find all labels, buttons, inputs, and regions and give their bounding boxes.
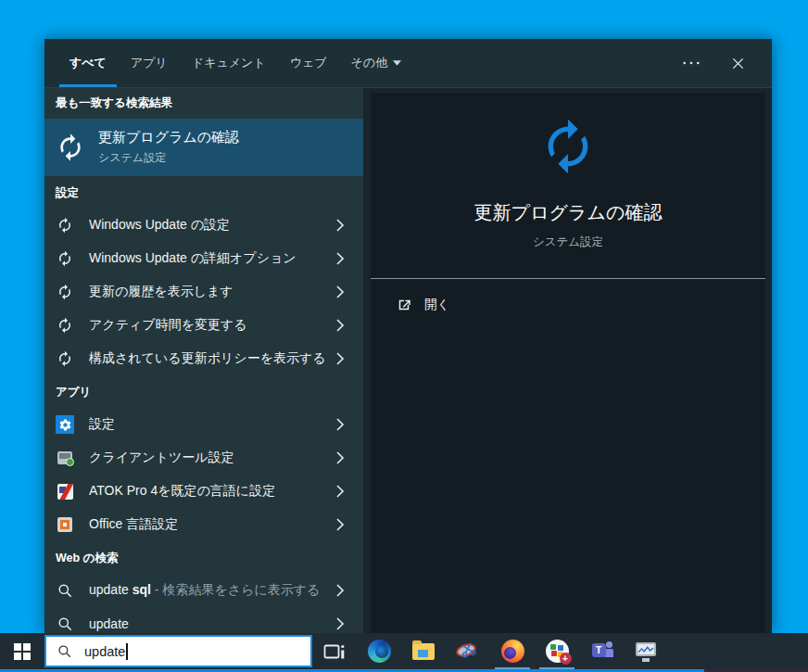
- text-caret: [126, 643, 128, 660]
- tab-web[interactable]: ウェブ: [278, 39, 339, 87]
- system-monitor-icon: [635, 641, 657, 662]
- result-app-client-tools[interactable]: クライアントツール設定: [44, 441, 363, 475]
- result-update-history[interactable]: 更新の履歴を表示します: [44, 275, 363, 309]
- options-button[interactable]: [681, 53, 701, 73]
- open-action[interactable]: 開く: [371, 279, 765, 318]
- snipping-tool-icon: [456, 641, 480, 662]
- chevron-right-icon[interactable]: [334, 251, 347, 266]
- settings-gear-icon: [56, 415, 74, 434]
- tab-documents[interactable]: ドキュメント: [180, 39, 278, 87]
- search-icon: [56, 581, 74, 600]
- section-header-apps: アプリ: [44, 385, 363, 400]
- taskbar: update +: [0, 633, 808, 669]
- taskbar-item-firefox[interactable]: [490, 633, 535, 669]
- web-result-update-sql[interactable]: update sql - 検索結果をさらに表示する: [44, 574, 363, 607]
- result-windows-update-settings[interactable]: Windows Update の設定: [44, 209, 363, 242]
- sync-icon: [56, 316, 74, 335]
- taskbar-item-snipping-tool[interactable]: [446, 633, 490, 669]
- search-flyout: すべて アプリ ドキュメント ウェブ その他: [44, 39, 772, 633]
- sync-icon: [56, 283, 74, 301]
- search-tabbar: すべて アプリ ドキュメント ウェブ その他: [44, 39, 772, 88]
- sync-icon: [56, 216, 74, 235]
- windows-logo-icon: [14, 643, 31, 660]
- tab-actions: [681, 39, 772, 87]
- taskbar-item-edge[interactable]: [357, 633, 401, 669]
- file-explorer-icon: [412, 643, 435, 660]
- task-view-icon: [323, 642, 346, 661]
- sync-icon: [56, 349, 74, 368]
- preview-title: 更新プログラムの確認: [474, 200, 663, 225]
- result-app-settings[interactable]: 設定: [44, 408, 363, 441]
- best-match-text: 更新プログラムの確認 システム設定: [98, 129, 239, 166]
- result-active-hours[interactable]: アクティブ時間を変更する: [44, 309, 363, 342]
- section-header-settings: 設定: [44, 185, 363, 201]
- start-button[interactable]: [0, 633, 44, 669]
- search-results-body: 最も一致する検索結果 更新プログラムの確認 システム設定 設定 Windows …: [44, 88, 772, 633]
- tab-documents-label: ドキュメント: [192, 55, 266, 71]
- preview-subtitle: システム設定: [533, 235, 603, 250]
- best-match-item[interactable]: 更新プログラムの確認 システム設定: [44, 119, 363, 176]
- tab-all[interactable]: すべて: [57, 39, 119, 87]
- open-label: 開く: [424, 297, 449, 313]
- chevron-right-icon[interactable]: [334, 285, 347, 299]
- chevron-right-icon[interactable]: [334, 517, 347, 532]
- chevron-right-icon[interactable]: [334, 484, 347, 499]
- launch-icon: [396, 297, 412, 313]
- best-match-header: 最も一致する検索結果: [44, 95, 363, 111]
- close-button[interactable]: [727, 53, 748, 73]
- sync-icon-large: [538, 117, 598, 176]
- chevron-right-icon[interactable]: [334, 616, 347, 631]
- result-app-atok[interactable]: ATOK Pro 4を既定の言語に設定: [44, 475, 363, 508]
- best-match-title: 更新プログラムの確認: [98, 129, 239, 146]
- taskbar-search-input[interactable]: update: [44, 635, 312, 667]
- teams-icon: T: [590, 640, 613, 662]
- section-header-web: Web の検索: [44, 551, 363, 566]
- taskbar-item-app-badge[interactable]: +: [535, 633, 579, 669]
- chevron-right-icon[interactable]: [334, 318, 347, 333]
- client-tools-icon: [57, 451, 72, 464]
- chevron-down-icon: [393, 60, 401, 66]
- result-update-policies[interactable]: 構成されている更新ポリシーを表示する: [44, 342, 363, 375]
- close-icon: [731, 57, 745, 70]
- chevron-right-icon[interactable]: [334, 218, 347, 233]
- chevron-right-icon[interactable]: [334, 417, 347, 432]
- preview-card: 更新プログラムの確認 システム設定 開く: [371, 93, 765, 633]
- task-view-button[interactable]: [312, 633, 357, 669]
- chevron-right-icon[interactable]: [334, 351, 347, 366]
- tab-apps-label: アプリ: [131, 55, 168, 71]
- sync-icon: [56, 249, 74, 268]
- app-with-plus-badge-icon: +: [546, 640, 569, 663]
- result-app-office-language[interactable]: Office 言語設定: [44, 508, 363, 541]
- preview-pane: 更新プログラムの確認 システム設定 開く: [363, 88, 772, 633]
- search-query-text: update: [84, 644, 125, 659]
- web-result-update[interactable]: update: [44, 607, 363, 633]
- sync-icon: [56, 133, 85, 162]
- office-language-icon: [57, 517, 72, 532]
- edge-icon: [368, 640, 391, 663]
- atok-icon: [57, 484, 73, 500]
- taskbar-item-file-explorer[interactable]: [401, 633, 446, 669]
- ellipsis-icon: [682, 60, 701, 66]
- chevron-right-icon[interactable]: [334, 450, 347, 465]
- tab-all-label: すべて: [69, 55, 107, 71]
- tab-apps[interactable]: アプリ: [119, 39, 180, 87]
- tab-web-label: ウェブ: [290, 55, 327, 71]
- tab-more-label: その他: [351, 55, 388, 71]
- best-match-subtitle: システム設定: [98, 150, 239, 166]
- firefox-icon: [501, 640, 524, 663]
- tab-more[interactable]: その他: [339, 39, 414, 87]
- search-icon: [56, 615, 74, 633]
- search-icon: [57, 644, 72, 659]
- result-windows-update-advanced[interactable]: Windows Update の詳細オプション: [44, 242, 363, 275]
- taskbar-item-system-monitor[interactable]: [624, 633, 668, 669]
- taskbar-item-teams[interactable]: T: [579, 633, 624, 669]
- desktop: すべて アプリ ドキュメント ウェブ その他: [0, 0, 808, 672]
- chevron-right-icon[interactable]: [334, 583, 347, 598]
- results-pane: 最も一致する検索結果 更新プログラムの確認 システム設定 設定 Windows …: [44, 88, 363, 633]
